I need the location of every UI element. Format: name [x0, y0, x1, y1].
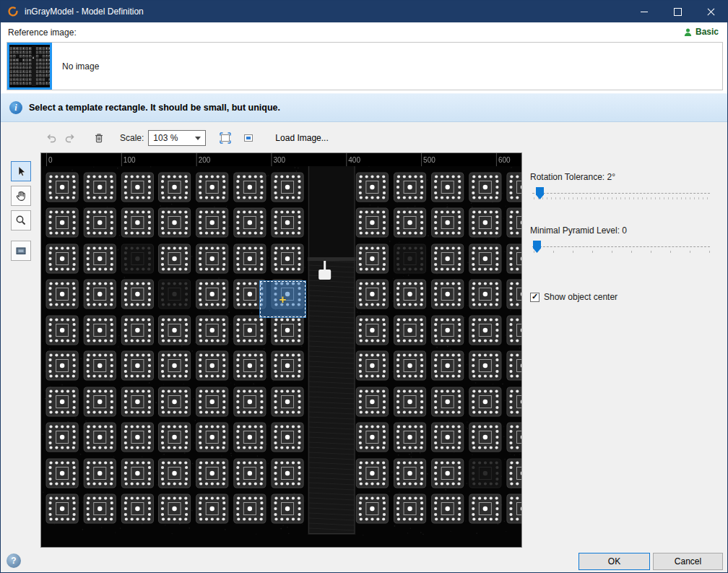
magnifier-icon [14, 214, 27, 227]
delete-selection-button[interactable] [90, 129, 108, 147]
zoom-tool-button[interactable] [11, 210, 31, 231]
slider-track[interactable] [532, 246, 710, 247]
info-icon: i [9, 101, 22, 114]
redo-icon [64, 132, 76, 144]
maximize-button[interactable] [661, 1, 694, 22]
window-controls [628, 1, 727, 22]
reference-image-panel: No image [6, 42, 723, 90]
slider-ticks [534, 251, 710, 253]
template-selection-rect[interactable]: + [260, 281, 306, 317]
scale-combobox[interactable]: 103 % [148, 130, 206, 146]
mode-selector-basic[interactable]: Basic [683, 27, 719, 37]
viewer-canvas[interactable] [41, 153, 521, 547]
slider-track[interactable] [532, 193, 710, 194]
pan-tool-button[interactable] [11, 186, 31, 206]
load-image-button[interactable]: Load Image... [269, 129, 334, 147]
reference-thumbnail[interactable] [7, 43, 52, 90]
cursor-arrow-icon [14, 165, 27, 178]
header: Reference image: Basic No image [1, 22, 727, 93]
checkbox-box[interactable]: ✓ [530, 293, 540, 302]
slider-ticks [534, 197, 710, 199]
select-tool-button[interactable] [11, 161, 31, 181]
rotation-tolerance-label: Rotation Tolerance: 2° [530, 172, 615, 182]
actual-size-button[interactable] [239, 129, 258, 147]
model-definition-dialog: inGrayModel - Model Definition Reference… [0, 0, 728, 573]
minimize-icon [641, 12, 648, 12]
info-bar: i Select a template rectangle. It should… [1, 93, 727, 122]
help-button[interactable]: ? [6, 553, 21, 568]
close-icon [706, 7, 716, 17]
hand-icon [14, 189, 27, 202]
checkmark-icon: ✓ [532, 293, 538, 301]
actual-size-icon [243, 132, 254, 144]
undo-button[interactable] [42, 129, 61, 147]
image-viewer: + [40, 152, 522, 548]
user-icon [683, 27, 693, 37]
titlebar[interactable]: inGrayModel - Model Definition [1, 1, 727, 22]
ok-button[interactable]: OK [578, 553, 650, 570]
help-icon: ? [11, 556, 16, 566]
fit-to-window-icon [220, 132, 231, 144]
fit-to-window-button[interactable] [216, 129, 235, 147]
cancel-button[interactable]: Cancel [653, 553, 723, 570]
selection-center-crosshair-icon: + [280, 293, 287, 306]
scale-label: Scale: [120, 133, 144, 143]
tool-palette [11, 161, 32, 265]
minimize-button[interactable] [628, 1, 661, 22]
window-title: inGrayModel - Model Definition [25, 7, 144, 17]
load-image-label: Load Image... [275, 133, 328, 143]
redo-button[interactable] [61, 129, 79, 147]
scale-value: 103 % [153, 133, 178, 143]
undo-icon [46, 132, 57, 144]
rectangle-icon [14, 244, 27, 257]
pyramid-level-slider[interactable] [532, 239, 710, 255]
info-message: Select a template rectangle. It should b… [29, 103, 280, 113]
no-image-label: No image [62, 61, 99, 72]
pyramid-level-label: Minimal Pyramid Level: 0 [530, 225, 627, 236]
show-object-center-checkbox[interactable]: ✓ Show object center [530, 292, 618, 302]
reference-image-label: Reference image: [8, 27, 77, 38]
close-button[interactable] [694, 1, 727, 22]
maximize-icon [674, 8, 682, 16]
rotation-tolerance-slider[interactable] [532, 186, 710, 202]
reference-thumbnail-image [9, 45, 50, 87]
chevron-down-icon [195, 137, 201, 140]
viewer-toolbar: Scale: 103 % Load Image... [42, 129, 334, 147]
show-object-center-label: Show object center [544, 292, 618, 302]
rectangle-tool-button[interactable] [11, 241, 31, 261]
trash-icon [93, 132, 105, 144]
app-logo-icon [7, 6, 19, 17]
mode-label: Basic [696, 27, 719, 37]
